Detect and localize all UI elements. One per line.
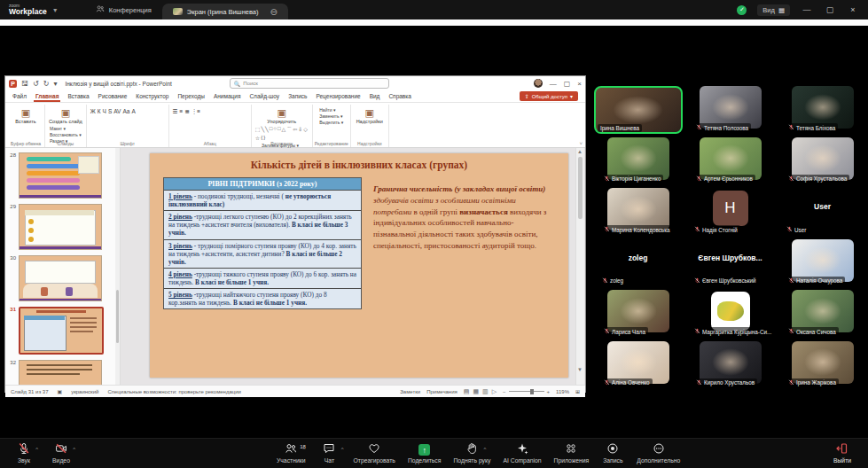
shape-icon[interactable]: ╲ <box>265 126 269 134</box>
search-input[interactable]: 🔍Поиск <box>230 78 389 89</box>
participant-tile[interactable]: Софія Хрустальова <box>777 136 868 186</box>
zoom-slider-knob[interactable] <box>530 389 534 394</box>
shape-icon[interactable]: ⇩ <box>298 126 302 134</box>
ppt-minimize-button[interactable]: — <box>550 80 557 88</box>
participant-tile[interactable]: Оксана Сичова <box>777 289 868 339</box>
slide-thumbnail-29[interactable]: 29 <box>7 204 118 250</box>
slide-thumbnail-28[interactable]: 28 <box>7 152 118 199</box>
slide-sorter-icon[interactable]: ▦ <box>473 388 479 395</box>
shape-icon[interactable]: ⌒ <box>286 126 292 134</box>
participant-tile[interactable]: Євген Шрубков...Євген Шрубковський <box>684 238 776 288</box>
ribbon-tab-переходы[interactable]: Переходы <box>177 92 205 100</box>
ribbon-button[interactable]: Найти ▾ <box>319 107 343 113</box>
ribbon-tab-анимация[interactable]: Анимация <box>214 92 241 100</box>
font-tool[interactable]: ≣ <box>184 108 189 115</box>
accessibility-status[interactable]: Специальные возможности: проверьте реком… <box>107 389 240 394</box>
font-tool[interactable]: ☰ <box>173 108 178 115</box>
participant-tile[interactable]: Наталія Очкурова <box>777 238 868 288</box>
ribbon-button[interactable]: ▣Создать слайд <box>49 107 82 124</box>
ribbon-tab-слайд-шоу[interactable]: Слайд-шоу <box>249 92 279 100</box>
font-tool[interactable]: К <box>98 108 101 114</box>
shape-icon[interactable]: □ <box>270 126 273 134</box>
ribbon-tab-файл[interactable]: Файл <box>12 92 27 100</box>
ribbon-button[interactable]: ▣Упорядочить <box>267 107 296 124</box>
normal-view-icon[interactable]: ▤ <box>464 388 470 395</box>
ribbon-button[interactable]: Восстановить ▾ <box>50 132 82 137</box>
zoom-level[interactable]: 119% <box>556 389 569 394</box>
chevron-up-icon[interactable]: ^ <box>73 447 75 452</box>
font-tool[interactable]: A <box>131 108 135 114</box>
chat-button[interactable]: ^ Чат <box>317 444 340 464</box>
participant-tile[interactable]: Аліна Овченко <box>592 340 684 390</box>
chevron-up-icon[interactable]: ^ <box>302 447 305 452</box>
video-button[interactable]: ^ Видео <box>50 444 73 464</box>
ribbon-button[interactable]: Макет ▾ <box>50 126 82 131</box>
thumbnail-preview[interactable] <box>19 255 102 301</box>
slideshow-icon[interactable]: ▷ <box>492 388 497 395</box>
maximize-button[interactable]: ▢ <box>824 5 836 14</box>
view-button[interactable]: Вид▦ <box>757 4 790 16</box>
participant-tile[interactable]: Маргаритка Куріцына-Си... <box>684 289 776 339</box>
audio-button[interactable]: ^ Звук <box>12 444 35 464</box>
zoom-tab-meeting[interactable]: Конференция <box>85 0 162 20</box>
ribbon-tab-конструктор[interactable]: Конструктор <box>136 92 168 100</box>
participant-tile[interactable]: Тетяна Полозова <box>684 85 776 135</box>
undo-icon[interactable]: ↺ <box>33 80 39 88</box>
ppt-close-button[interactable]: × <box>577 80 582 88</box>
shape-icon[interactable]: ╲ <box>261 126 264 134</box>
participant-tile[interactable]: Ірина Жарікова <box>777 340 868 390</box>
font-tool[interactable]: Aa <box>122 108 129 114</box>
thumbnail-preview[interactable] <box>19 152 102 199</box>
shape-icon[interactable]: ⬚ <box>255 126 261 134</box>
spellcheck-icon[interactable]: ▣ <box>57 388 62 394</box>
raise-hand-button[interactable]: ^ Поднять руку <box>453 444 490 464</box>
record-button[interactable]: Запись <box>601 444 624 464</box>
ribbon-button[interactable]: Выделить ▾ <box>319 120 343 125</box>
quick-access-chevron-icon[interactable]: ▾ <box>53 80 57 88</box>
participant-tile[interactable]: Лариса Чала <box>592 289 684 339</box>
participant-tile[interactable]: Ірина Вишнева <box>592 85 684 135</box>
reading-view-icon[interactable]: ▥ <box>482 388 489 395</box>
collapse-ribbon-icon[interactable]: ˅ <box>579 141 583 146</box>
thumbnail-preview[interactable] <box>19 204 102 250</box>
ribbon-tab-вставка[interactable]: Вставка <box>67 92 89 100</box>
shape-icon[interactable]: ☆ <box>255 135 260 141</box>
ribbon-tab-вид[interactable]: Вид <box>370 92 380 100</box>
participant-tile[interactable]: Артем Єрьонников <box>684 136 776 186</box>
participant-tile[interactable]: Кирило Хрустальов <box>684 340 776 390</box>
slide-scrollbar[interactable]: ▲ ▼ <box>575 148 584 385</box>
ribbon-tab-главная[interactable]: Главная <box>35 92 59 100</box>
react-button[interactable]: Отреагировать <box>353 444 395 464</box>
font-tool[interactable]: ⋮≡ <box>192 108 200 115</box>
shape-icon[interactable]: △ <box>282 126 286 134</box>
ribbon-tab-рецензирование[interactable]: Рецензирование <box>316 92 360 100</box>
share-access-button[interactable]: ⇪Общий доступ▾ <box>520 91 578 101</box>
participants-button[interactable]: 18^ Участники <box>277 444 305 464</box>
scrollbar-thumb[interactable] <box>578 157 583 219</box>
notes-button[interactable]: Заметки <box>400 389 420 394</box>
shield-check-icon[interactable]: ✓ <box>737 5 747 15</box>
redo-icon[interactable]: ↻ <box>43 80 50 88</box>
slide-thumbnail-30[interactable]: 30 <box>7 255 118 301</box>
minimize-button[interactable]: — <box>801 5 813 14</box>
shape-icon[interactable]: ◇ <box>303 126 308 134</box>
minus-circle-icon[interactable]: ⊖ <box>270 7 278 17</box>
scroll-up-icon[interactable]: ▲ <box>577 149 583 154</box>
more-button[interactable]: Дополнительно <box>637 444 680 464</box>
thumbnail-preview[interactable] <box>19 360 102 385</box>
zoom-slider[interactable]: −+ <box>503 389 550 394</box>
chevron-up-icon[interactable]: ^ <box>341 447 344 452</box>
close-button[interactable]: × <box>847 5 859 14</box>
account-avatar[interactable] <box>534 79 543 88</box>
chevron-up-icon[interactable]: ^ <box>484 447 487 452</box>
font-tool[interactable]: ≡ <box>180 108 184 115</box>
slide-thumbnail-32[interactable]: 32 <box>7 360 118 385</box>
thumbnail-scrollbar[interactable] <box>115 148 120 385</box>
leave-button[interactable]: Выйти <box>831 444 854 464</box>
participant-tile[interactable]: UserUser <box>777 187 868 237</box>
ribbon-tab-рисование[interactable]: Рисование <box>98 92 128 100</box>
participant-tile[interactable]: Вікторія Циганенко <box>592 136 684 186</box>
ribbon-button[interactable]: ▣Вставить <box>15 107 35 124</box>
ppt-restore-button[interactable]: ▢ <box>564 80 571 88</box>
ribbon-button[interactable]: ▣Надстройки <box>356 107 383 124</box>
